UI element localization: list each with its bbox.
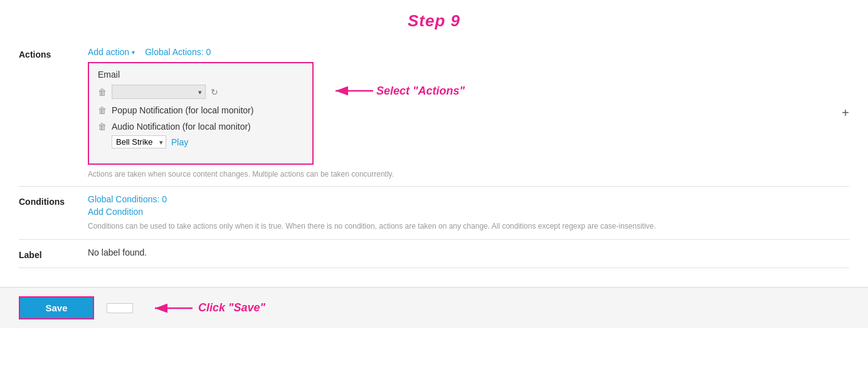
annotation-arrow-icon bbox=[332, 83, 376, 98]
cancel-button[interactable] bbox=[107, 303, 133, 313]
add-condition-button[interactable]: Add Condition bbox=[88, 207, 849, 217]
popup-trash-icon[interactable]: 🗑 bbox=[98, 105, 107, 115]
add-plus-button[interactable]: + bbox=[842, 106, 849, 120]
page-title: Step 9 bbox=[0, 0, 868, 39]
action-box: Email 🗑 Option 1 Option 2 ↻ 🗑 bbox=[88, 62, 314, 165]
refresh-icon[interactable]: ↻ bbox=[211, 87, 218, 97]
actions-row: Actions Add action ▾ Global Actions: 0 E… bbox=[19, 39, 849, 187]
email-action-row: 🗑 Option 1 Option 2 ↻ bbox=[98, 85, 304, 99]
select-actions-text: Select "Actions" bbox=[376, 85, 465, 98]
popup-notification-label: Popup Notification (for local monitor) bbox=[112, 105, 253, 115]
email-trash-icon[interactable]: 🗑 bbox=[98, 87, 107, 97]
conditions-info-text: Conditions can be used to take actions o… bbox=[88, 220, 849, 232]
bottom-bar: Save Click "Save" bbox=[0, 287, 868, 328]
conditions-row: Conditions Global Conditions: 0 Add Cond… bbox=[19, 187, 849, 240]
play-button[interactable]: Play bbox=[171, 137, 188, 147]
email-select[interactable]: Option 1 Option 2 bbox=[112, 85, 206, 99]
audio-controls: Bell Strike Option 2 Option 3 Play bbox=[112, 135, 188, 148]
conditions-content: Global Conditions: 0 Add Condition Condi… bbox=[88, 194, 849, 232]
audio-notification-section: 🗑 Audio Notification (for local monitor)… bbox=[98, 122, 304, 148]
global-conditions-label: Global Conditions: 0 bbox=[88, 194, 849, 204]
audio-notification-header: 🗑 Audio Notification (for local monitor) bbox=[98, 122, 251, 132]
add-action-label: Add action bbox=[88, 47, 129, 57]
label-row: Label No label found. bbox=[19, 240, 849, 268]
email-select-wrapper: Option 1 Option 2 bbox=[112, 85, 206, 99]
click-save-annotation: Click "Save" bbox=[152, 301, 265, 316]
bell-select-wrapper: Bell Strike Option 2 Option 3 bbox=[112, 135, 166, 148]
save-button[interactable]: Save bbox=[19, 296, 94, 319]
actions-header: Add action ▾ Global Actions: 0 bbox=[88, 47, 849, 57]
global-actions-label: Global Actions: 0 bbox=[145, 47, 211, 57]
add-action-button[interactable]: Add action ▾ bbox=[88, 47, 135, 57]
audio-trash-icon[interactable]: 🗑 bbox=[98, 122, 107, 132]
chevron-down-icon: ▾ bbox=[132, 49, 135, 56]
label-content: No label found. bbox=[88, 247, 849, 257]
click-save-arrow-icon bbox=[152, 301, 196, 316]
popup-notification-row: 🗑 Popup Notification (for local monitor) bbox=[98, 105, 304, 115]
click-save-text: Click "Save" bbox=[198, 301, 265, 314]
actions-label: Actions bbox=[19, 47, 88, 60]
select-actions-annotation: Select "Actions" bbox=[332, 83, 465, 98]
actions-content: Add action ▾ Global Actions: 0 Email 🗑 O… bbox=[88, 47, 849, 179]
bell-select[interactable]: Bell Strike Option 2 Option 3 bbox=[112, 135, 166, 148]
conditions-label: Conditions bbox=[19, 194, 88, 207]
label-field-label: Label bbox=[19, 247, 88, 260]
audio-notification-label: Audio Notification (for local monitor) bbox=[112, 122, 251, 132]
actions-info-text: Actions are taken when source content ch… bbox=[88, 170, 849, 179]
email-action-title: Email bbox=[98, 70, 304, 80]
label-value: No label found. bbox=[88, 245, 147, 257]
